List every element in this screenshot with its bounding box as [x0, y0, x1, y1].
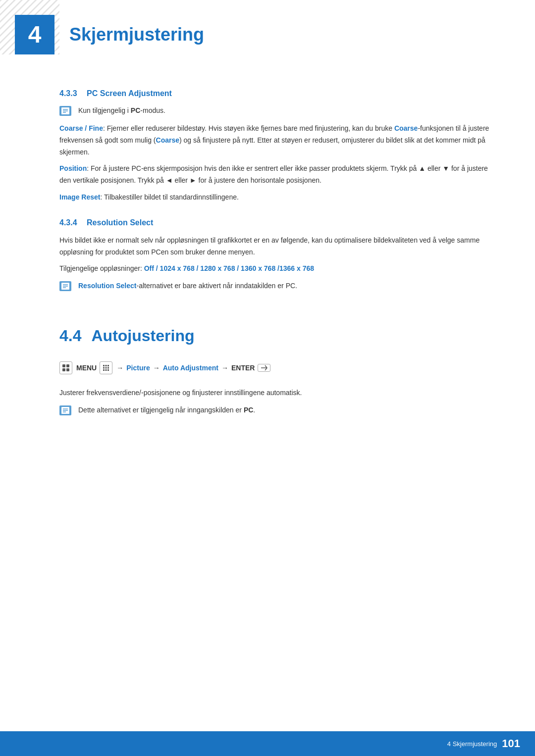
section-433-note: Kun tilgjengelig i PC-modus. [59, 105, 495, 117]
res-off: Off [144, 264, 154, 272]
svg-rect-24 [107, 369, 109, 371]
resolution-select-note-bold: Resolution Select [78, 282, 136, 290]
coarse-fine-para: Coarse / Fine: Fjerner eller reduserer b… [59, 123, 495, 158]
section-434-label: Resolution Select [87, 218, 153, 227]
res-1360: 1360 x 768 [241, 264, 275, 272]
section-44-num: 4.4 [59, 327, 81, 345]
coarse2-label: Coarse [156, 136, 179, 144]
section-433-note-text: Kun tilgjengelig i PC-modus. [78, 105, 165, 116]
menu-arrow-2: → [153, 364, 160, 372]
chapter-number-box: 4 [15, 15, 54, 54]
section-434-note-text: Resolution Select-alternativet er bare a… [78, 281, 297, 291]
pc-bold-433: PC [131, 106, 140, 114]
auto-adj-para1: Justerer frekvensverdiene/-posisjonene o… [59, 387, 495, 399]
section-433: 4.3.3 PC Screen Adjustment Kun tilgjenge… [59, 89, 495, 203]
footer-page-number: 101 [502, 737, 520, 750]
section-44: 4.4 Autojustering MENU [59, 317, 495, 416]
section-433-num: 4.3.3 [59, 89, 77, 98]
grid-svg-icon [103, 364, 109, 371]
pc-bold-44: PC [244, 406, 253, 414]
section-44-title: Autojustering [91, 327, 194, 345]
page-wrapper: 4 Skjermjustering 4.3.3 PC Screen Adjust… [0, 0, 535, 756]
svg-rect-23 [106, 369, 107, 371]
res-1280: 1280 x 768 [200, 264, 235, 272]
svg-rect-18 [107, 365, 109, 366]
section-434: 4.3.4 Resolution Select Hvis bildet ikke… [59, 218, 495, 292]
position-para: Position: For å justere PC-ens skjermpos… [59, 163, 495, 187]
image-reset-para: Image Reset: Tilbakestiller bildet til s… [59, 192, 495, 203]
position-label: Position [59, 164, 87, 172]
coarse-fine-label: Coarse / Fine [59, 124, 103, 132]
res-sep2: / [195, 264, 201, 272]
auto-adj-label: Auto Adjustment [163, 364, 218, 372]
image-reset-label: Image Reset [59, 193, 100, 201]
svg-rect-13 [66, 364, 69, 367]
section-434-note: Resolution Select-alternativet er bare a… [59, 281, 495, 292]
note-icon-434 [59, 281, 73, 292]
menu-label: MENU [76, 364, 97, 372]
res-sep3: / [235, 264, 241, 272]
res-sep4: / [275, 264, 279, 272]
enter-bold: ENTER [231, 364, 255, 372]
note-icon-433 [59, 106, 73, 117]
svg-rect-16 [103, 365, 105, 366]
svg-rect-22 [103, 369, 105, 371]
svg-rect-19 [103, 367, 105, 369]
menu-path: MENU → Picture → [59, 357, 495, 378]
section-433-label: PC Screen Adjustment [87, 89, 172, 98]
footer-section-label: 4 Skjermjustering [447, 740, 497, 748]
section-44-note-text: Dette alternativet er tilgjengelig når i… [78, 405, 255, 415]
resolutions-line: Tilgjengelige oppløsninger: Off / 1024 x… [59, 263, 495, 275]
enter-icon-box [258, 364, 270, 372]
chapter-number: 4 [28, 23, 42, 47]
menu-arrow-1: → [116, 364, 123, 372]
page-footer: 4 Skjermjustering 101 [0, 731, 535, 756]
chapter-title: Skjermjustering [69, 24, 204, 45]
content-area: 4.3.3 PC Screen Adjustment Kun tilgjenge… [0, 64, 535, 461]
res-sep1: / [154, 264, 160, 272]
svg-rect-14 [62, 368, 65, 371]
note-icon-44 [59, 405, 73, 416]
coarse-func-label: Coarse [394, 124, 418, 132]
section-433-heading: 4.3.3 PC Screen Adjustment [59, 89, 495, 98]
section-44-note: Dette alternativet er tilgjengelig når i… [59, 405, 495, 416]
menu-arrow-3: → [221, 364, 228, 372]
menu-icon [59, 361, 72, 374]
section-434-heading: 4.3.4 Resolution Select [59, 218, 495, 227]
chapter-header-inner: 4 Skjermjustering [0, 15, 535, 54]
section-44-header: 4.4 Autojustering [59, 327, 495, 345]
section-434-num: 4.3.4 [59, 218, 77, 227]
chapter-header: 4 Skjermjustering [0, 0, 535, 64]
res-1366: 1366 x 768 [279, 264, 314, 272]
svg-rect-17 [106, 365, 107, 366]
enter-arrow-svg [261, 365, 268, 371]
res-1024: 1024 x 768 [160, 264, 195, 272]
menu-grid-icon-box [100, 361, 112, 374]
svg-rect-15 [66, 368, 69, 371]
svg-rect-20 [106, 367, 107, 369]
menu-svg-icon [62, 364, 70, 372]
picture-label: Picture [126, 364, 150, 372]
svg-rect-12 [62, 364, 65, 367]
resolution-para1: Hvis bildet ikke er normalt selv når opp… [59, 235, 495, 258]
svg-rect-21 [107, 367, 109, 369]
